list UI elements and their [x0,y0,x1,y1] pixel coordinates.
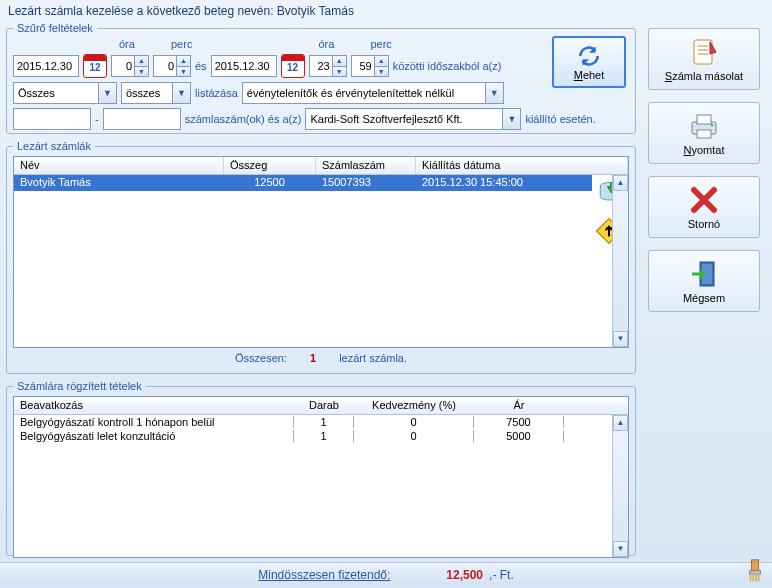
delete-x-icon [688,184,720,216]
storno-label: Stornó [688,218,720,230]
issuer-combo[interactable]: Kardi-Soft Szoftverfejlesztő Kft.▼ [305,108,521,130]
hour-label-to: óra [318,38,342,50]
filters-group: Szűrő feltételek óra perc óra perc 0 ▲▼ [6,22,636,134]
hour-from-spinner[interactable]: 0 ▲▼ [111,55,149,77]
closed-invoices-group: Lezárt számlák Név Összeg Számlaszám Kiá… [6,140,636,374]
scroll-down-icon[interactable]: ▼ [613,331,628,347]
footer-bar: Mindösszesen fizetendő: 12,500 ,- Ft. [0,562,772,586]
invoice-copy-label: Számla másolat [665,70,743,82]
closed-table-row[interactable]: Bvotyik Tamás 12500 15007393 2015.12.30 … [14,175,592,191]
svg-point-6 [711,124,713,126]
filters-legend: Szűrő feltételek [13,22,97,34]
invoice-items-legend: Számlára rögzített tételek [13,380,146,392]
col-num: Számlaszám [316,157,416,174]
col-sum: Összeg [224,157,316,174]
svg-rect-4 [697,115,711,124]
window-title: Lezárt számla kezelése a következő beteg… [2,2,770,20]
svg-rect-10 [750,571,761,575]
cancel-button[interactable]: Mégsem [648,250,760,312]
and-label: és [195,60,207,72]
grand-total-label[interactable]: Mindösszesen fizetendő: [258,568,390,582]
min-to-spinner[interactable]: 59 ▲▼ [351,55,389,77]
exit-door-icon [688,258,720,290]
calendar-to-icon[interactable] [281,54,305,78]
items-table-row[interactable]: Belgyógyászatí kontroll 1 hónapon belül … [14,415,628,429]
closed-table-scrollbar[interactable]: ▲ ▼ [612,175,628,347]
issuer-suffix-label: kiállító esetén. [525,113,595,125]
refresh-icon [576,43,602,69]
range-suffix-label: közötti időszakból a(z) [393,60,502,72]
grand-total-unit: ,- Ft. [489,568,514,582]
spin-down-icon[interactable]: ▼ [134,66,148,76]
inv-num-label: számlaszám(ok) és a(z) [185,113,302,125]
go-button[interactable]: Mehet [552,36,626,88]
closed-table-header: Név Összeg Számlaszám Kiállítás dátuma [14,157,628,175]
type-combo[interactable]: Összes▼ [13,82,117,104]
document-copy-icon [688,36,720,68]
chevron-down-icon[interactable]: ▼ [98,83,116,103]
paintbrush-icon[interactable] [746,558,764,582]
validity-combo[interactable]: événytelenítők és érvénytelenítettek nél… [242,82,504,104]
hour-label-from: óra [119,38,143,50]
items-table-scrollbar[interactable]: ▲ ▼ [612,415,628,557]
invoice-copy-button[interactable]: Számla másolat [648,28,760,90]
col-name: Név [14,157,224,174]
hour-to-spinner[interactable]: 23 ▲▼ [309,55,347,77]
min-from-spinner[interactable]: 0 ▲▼ [153,55,191,77]
col-date: Kiállítás dátuma [416,157,628,174]
date-from-input[interactable] [13,55,79,77]
svg-rect-2 [694,40,712,64]
list-label: listázása [195,87,238,99]
print-label: Nyomtat [684,144,725,156]
calendar-from-icon[interactable] [83,54,107,78]
scroll-up-icon[interactable]: ▲ [613,175,628,191]
min-label-to: perc [370,38,391,50]
print-button[interactable]: Nyomtat [648,102,760,164]
go-button-label: Mehet [574,69,605,81]
spin-up-icon[interactable]: ▲ [134,56,148,66]
svg-rect-5 [697,130,711,138]
invoice-num-from-input[interactable] [13,108,91,130]
printer-icon [688,110,720,142]
closed-summary: Összesen: 1 lezárt számla. [13,352,629,364]
min-label-from: perc [171,38,192,50]
cancel-label: Mégsem [683,292,725,304]
subtype-combo[interactable]: összes▼ [121,82,191,104]
svg-rect-9 [751,560,758,571]
items-table-row[interactable]: Belgyógyászati lelet konzultáció 1 0 500… [14,429,628,443]
closed-invoices-legend: Lezárt számlák [13,140,95,152]
invoice-items-group: Számlára rögzített tételek Beavatkozás D… [6,380,636,556]
grand-total-amount: 12,500 [440,568,489,582]
invoice-num-to-input[interactable] [103,108,181,130]
date-to-input[interactable] [211,55,277,77]
storno-button[interactable]: Stornó [648,176,760,238]
items-table-header: Beavatkozás Darab Kedvezmény (%) Ár [14,397,628,415]
